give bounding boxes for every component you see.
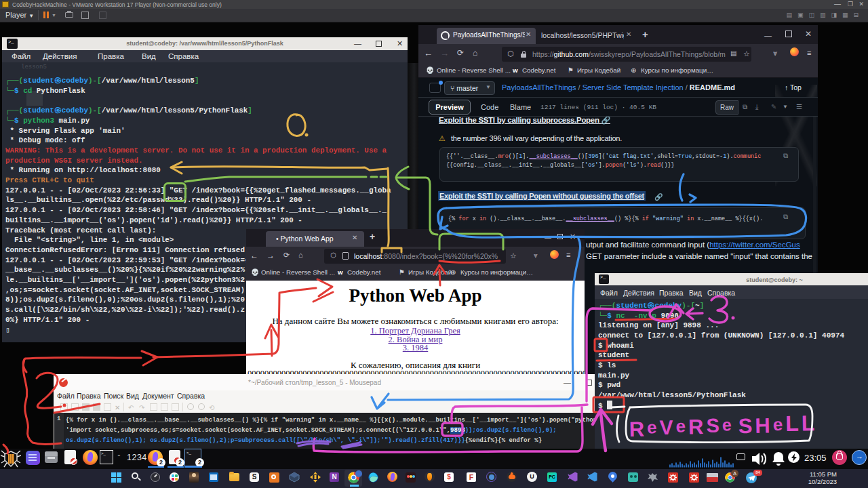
svg-text:ReVeRSeSHeLL: ReVeRSeSHeLL <box>629 411 817 441</box>
